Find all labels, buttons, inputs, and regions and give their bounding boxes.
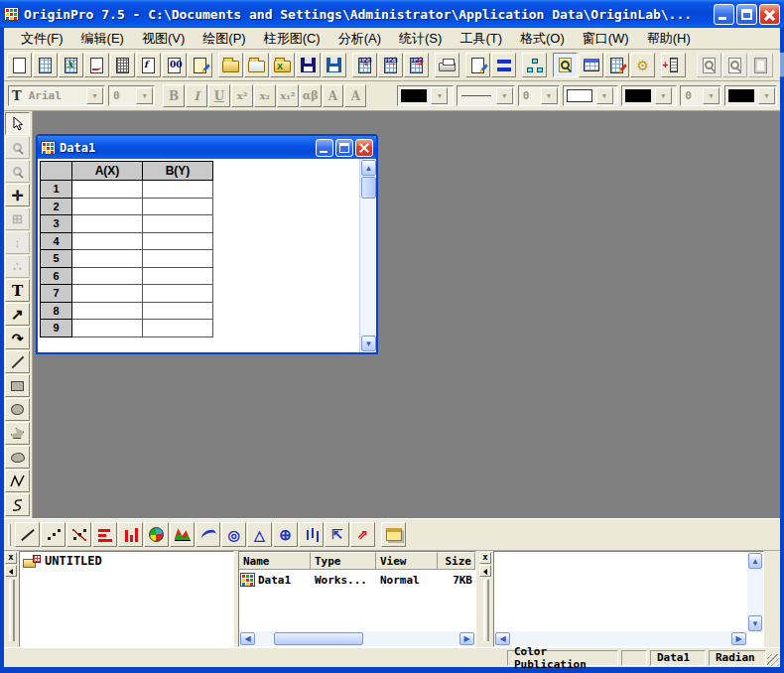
- font-combo[interactable]: T Arial ▼: [8, 85, 105, 106]
- row-header[interactable]: 1: [40, 181, 72, 199]
- line-plot-button[interactable]: [15, 522, 40, 547]
- import-ascii-button[interactable]: 123↙: [352, 53, 377, 77]
- ternary-plot-button[interactable]: △: [247, 522, 272, 547]
- data1-maximize-button[interactable]: [335, 139, 353, 157]
- import-multiple-ascii-button[interactable]: 123⇉: [404, 53, 429, 77]
- scroll-left-button[interactable]: ◀: [495, 632, 510, 645]
- scroll-down-button[interactable]: ▼: [748, 615, 762, 631]
- new-project-button[interactable]: [7, 53, 32, 77]
- subscript-button[interactable]: x₂: [254, 84, 276, 107]
- decrease-font-button[interactable]: A: [344, 84, 366, 107]
- row-header[interactable]: 6: [40, 268, 72, 286]
- scroll-thumb[interactable]: [274, 632, 363, 645]
- increase-font-button[interactable]: A: [323, 84, 344, 107]
- bar-chart-button[interactable]: [92, 522, 117, 547]
- results-log-button[interactable]: [553, 53, 578, 77]
- data1-minimize-button[interactable]: [316, 139, 333, 157]
- pattern-width-combo[interactable]: 0▼: [680, 85, 721, 106]
- scroll-down-button[interactable]: ▼: [361, 336, 376, 351]
- scroll-left-button[interactable]: ◀: [240, 632, 255, 645]
- cell-b4[interactable]: [143, 233, 213, 251]
- area-chart-button[interactable]: [170, 522, 195, 547]
- menu-edit[interactable]: 编辑(E): [72, 28, 133, 50]
- data-reader-tool-button[interactable]: ⊞: [5, 207, 30, 230]
- save-project-button[interactable]: [296, 53, 321, 77]
- arrow-tool-button[interactable]: ↗: [5, 303, 30, 326]
- print-button[interactable]: [435, 53, 459, 77]
- open-excel-button[interactable]: X: [270, 53, 295, 77]
- whole-page-button[interactable]: [748, 53, 773, 77]
- polar-plot-button[interactable]: ◎: [221, 522, 246, 547]
- new-worksheet-button[interactable]: [33, 53, 58, 77]
- cell-b3[interactable]: [143, 215, 213, 233]
- cell-a9[interactable]: [72, 320, 143, 337]
- bold-button[interactable]: B: [163, 84, 185, 107]
- cell-b7[interactable]: [143, 285, 213, 303]
- minimize-button[interactable]: [714, 4, 734, 25]
- new-graph-button[interactable]: [84, 53, 109, 77]
- menu-column[interactable]: 柱形图(C): [255, 28, 329, 50]
- line-width-combo[interactable]: 0▼: [518, 85, 560, 106]
- code-builder-button[interactable]: ⚙: [630, 53, 655, 77]
- pie-chart-button[interactable]: [144, 522, 169, 547]
- scroll-up-button[interactable]: ▲: [748, 553, 762, 569]
- maximize-button[interactable]: [736, 4, 757, 25]
- list-header-type[interactable]: Type: [311, 552, 376, 570]
- data1-window[interactable]: Data1 A(X) B(Y) 1 2 3 4 5 6: [36, 134, 378, 354]
- script-window-button[interactable]: [465, 53, 490, 77]
- menu-plot[interactable]: 绘图(P): [194, 28, 254, 50]
- superscript-button[interactable]: x²: [231, 84, 253, 107]
- import-single-ascii-button[interactable]: 123→: [378, 53, 403, 77]
- menu-window[interactable]: 窗口(W): [574, 28, 638, 50]
- new-function-button[interactable]: f: [136, 53, 161, 77]
- supersubscript-button[interactable]: x₁²: [277, 84, 299, 107]
- results-log-collapse-button[interactable]: [479, 565, 491, 577]
- line-color-combo[interactable]: ▼: [397, 85, 453, 106]
- spline-plot-button[interactable]: [196, 522, 220, 547]
- results-log-vertical-scrollbar[interactable]: ▲ ▼: [747, 552, 763, 632]
- scroll-thumb[interactable]: [361, 177, 376, 199]
- rectangle-tool-button[interactable]: [5, 374, 30, 397]
- scroll-right-button[interactable]: ▶: [459, 632, 474, 645]
- cell-b5[interactable]: [143, 250, 213, 268]
- toolbar-grip[interactable]: [8, 524, 11, 546]
- screen-reader-tool-button[interactable]: ✛: [5, 184, 30, 206]
- circle-tool-button[interactable]: [5, 398, 30, 421]
- resize-grip[interactable]: [767, 654, 779, 666]
- edit-window-button[interactable]: [604, 53, 629, 77]
- save-template-button[interactable]: [322, 53, 346, 77]
- menu-file[interactable]: 文件(F): [12, 28, 72, 50]
- cell-b2[interactable]: [143, 199, 213, 216]
- zoom-out-tool-button[interactable]: [5, 160, 30, 183]
- cell-a7[interactable]: [72, 285, 143, 303]
- app-icon[interactable]: [4, 7, 19, 21]
- new-notes-button[interactable]: [188, 53, 212, 77]
- cell-b8[interactable]: [143, 303, 213, 321]
- scroll-right-button[interactable]: ▶: [731, 632, 746, 645]
- text-tool-button[interactable]: T: [5, 279, 30, 302]
- new-layout-button[interactable]: 00: [162, 53, 187, 77]
- column-chart-button[interactable]: [118, 522, 143, 547]
- list-item-data1[interactable]: Data1 Works... Normal 7KB: [239, 570, 475, 590]
- row-header[interactable]: 2: [40, 199, 72, 216]
- open-button[interactable]: [218, 53, 243, 77]
- view-windows-button[interactable]: [579, 53, 603, 77]
- curved-arrow-tool-button[interactable]: ↷: [5, 327, 30, 349]
- pointer-tool-button[interactable]: [5, 112, 30, 135]
- project-explorer-collapse-button[interactable]: [5, 565, 17, 577]
- title-bar[interactable]: OriginPro 7.5 - C:\Documents and Setting…: [0, 0, 784, 28]
- fill-pattern-combo[interactable]: ▼: [563, 85, 618, 106]
- menu-tools[interactable]: 工具(T): [451, 28, 511, 50]
- results-log-content[interactable]: ▲ ▼ ◀ ▶: [493, 551, 764, 647]
- project-explorer-grip[interactable]: [9, 580, 15, 641]
- zoom-in-tool-button[interactable]: [5, 136, 30, 159]
- project-explorer-close-button[interactable]: x: [5, 552, 17, 564]
- row-header[interactable]: 9: [40, 320, 72, 337]
- menu-analysis[interactable]: 分析(A): [329, 28, 390, 50]
- worksheet-vertical-scrollbar[interactable]: ▲ ▼: [359, 159, 376, 352]
- greek-button[interactable]: αβ: [300, 84, 322, 107]
- fill-color-combo[interactable]: ▼: [621, 85, 677, 106]
- menu-view[interactable]: 视图(V): [133, 28, 194, 50]
- column-header-by[interactable]: B(Y): [143, 161, 213, 181]
- list-header-name[interactable]: Name: [239, 552, 311, 570]
